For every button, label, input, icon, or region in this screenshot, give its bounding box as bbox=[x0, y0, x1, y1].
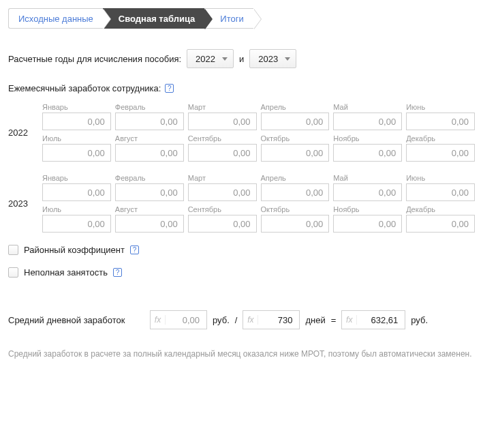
earnings-input-2023-11[interactable]: 0,00 bbox=[333, 215, 402, 233]
earnings-input-2023-08[interactable]: 0,00 bbox=[115, 215, 184, 233]
help-icon[interactable]: ? bbox=[130, 245, 139, 254]
avg-daily-label: Средний дневной заработок bbox=[8, 315, 144, 325]
month-label: Октябрь bbox=[261, 205, 330, 213]
earnings-input-2023-07[interactable]: 0,00 bbox=[42, 215, 111, 233]
and-label: и bbox=[239, 54, 244, 64]
part-time-checkbox[interactable] bbox=[8, 267, 18, 278]
month-label: Июнь bbox=[406, 174, 475, 182]
earnings-input-2022-11[interactable]: 0,00 bbox=[333, 144, 402, 162]
month-label: Ноябрь bbox=[333, 134, 402, 143]
month-label: Октябрь bbox=[261, 134, 330, 143]
earnings-input-2022-03[interactable]: 0,00 bbox=[188, 113, 257, 130]
year-caption-2023: 2023 bbox=[8, 198, 34, 209]
avg-result-input[interactable]: fx 632,61 bbox=[341, 310, 405, 329]
earnings-input-2022-07[interactable]: 0,00 bbox=[42, 144, 111, 162]
month-label: Сентябрь bbox=[188, 205, 257, 213]
month-label: Июль bbox=[42, 205, 111, 213]
fx-icon: fx bbox=[151, 315, 166, 325]
earnings-input-2023-05[interactable]: 0,00 bbox=[333, 183, 402, 201]
month-label: Август bbox=[115, 134, 184, 143]
part-time-label: Неполная занятость bbox=[24, 267, 108, 278]
month-label: Август bbox=[115, 205, 184, 213]
earnings-input-2022-04[interactable]: 0,00 bbox=[261, 113, 330, 130]
month-label: Апрель bbox=[261, 174, 330, 182]
earnings-input-2023-10[interactable]: 0,00 bbox=[261, 215, 330, 233]
avg-result-value: 632,61 bbox=[357, 315, 405, 325]
fx-icon: fx bbox=[342, 315, 357, 325]
years-row: Расчетные годы для исчисления пособия: 2… bbox=[8, 49, 475, 68]
month-label: Февраль bbox=[115, 174, 184, 182]
month-label: Апрель bbox=[261, 103, 330, 111]
select-year-2-value: 2023 bbox=[258, 54, 278, 64]
year-block-2022: 2022 Январь0,00 Февраль0,00 Март0,00 Апр… bbox=[8, 103, 475, 162]
earnings-input-2023-12[interactable]: 0,00 bbox=[406, 215, 475, 233]
earnings-input-2022-02[interactable]: 0,00 bbox=[115, 113, 184, 130]
month-label: Январь bbox=[42, 103, 111, 111]
avg-days-value: 730 bbox=[258, 315, 299, 325]
avg-earnings-value: 0,00 bbox=[166, 315, 206, 325]
months-grid-2023: Январь0,00 Февраль0,00 Март0,00 Апрель0,… bbox=[42, 174, 475, 233]
avg-earnings-input[interactable]: fx 0,00 bbox=[150, 310, 207, 329]
select-year-1-value: 2022 bbox=[196, 54, 215, 64]
equals: = bbox=[331, 315, 337, 325]
earnings-input-2023-03[interactable]: 0,00 bbox=[188, 183, 257, 201]
month-label: Февраль bbox=[115, 103, 184, 111]
earnings-input-2023-01[interactable]: 0,00 bbox=[42, 183, 111, 201]
avg-daily-row: Средний дневной заработок fx 0,00 руб. /… bbox=[8, 310, 475, 329]
help-icon[interactable]: ? bbox=[113, 268, 122, 277]
monthly-earnings-text: Ежемесячный заработок сотрудника: bbox=[8, 83, 161, 93]
earnings-input-2023-04[interactable]: 0,00 bbox=[261, 183, 330, 201]
earnings-input-2022-12[interactable]: 0,00 bbox=[406, 144, 475, 162]
month-label: Ноябрь bbox=[333, 205, 402, 213]
earnings-input-2022-08[interactable]: 0,00 bbox=[115, 144, 184, 162]
breadcrumb-tabs: Исходные данные Сводная таблица Итоги bbox=[8, 8, 475, 29]
help-icon[interactable]: ? bbox=[165, 84, 174, 93]
monthly-earnings-label: Ежемесячный заработок сотрудника: ? bbox=[8, 83, 475, 93]
year-block-2023: 2023 Январь0,00 Февраль0,00 Март0,00 Апр… bbox=[8, 174, 475, 233]
earnings-input-2022-10[interactable]: 0,00 bbox=[261, 144, 330, 162]
month-label: Декабрь bbox=[406, 205, 475, 213]
part-time-row: Неполная занятость ? bbox=[8, 267, 475, 278]
district-coefficient-label: Районный коэффициент bbox=[24, 245, 125, 255]
unit-rub: руб. bbox=[213, 315, 230, 325]
month-label: Январь bbox=[42, 174, 111, 182]
district-coefficient-checkbox[interactable] bbox=[8, 245, 18, 255]
month-label: Декабрь bbox=[406, 134, 475, 143]
year-caption-2022: 2022 bbox=[8, 128, 34, 138]
years-label: Расчетные годы для исчисления пособия: bbox=[8, 54, 181, 64]
earnings-input-2022-01[interactable]: 0,00 bbox=[42, 113, 111, 130]
earnings-input-2022-05[interactable]: 0,00 bbox=[333, 113, 402, 130]
avg-days-input[interactable]: fx 730 bbox=[243, 310, 300, 329]
earnings-input-2022-09[interactable]: 0,00 bbox=[188, 144, 257, 162]
earnings-input-2023-02[interactable]: 0,00 bbox=[115, 183, 184, 201]
unit-rub: руб. bbox=[411, 315, 428, 325]
month-label: Июнь bbox=[406, 103, 475, 111]
slash: / bbox=[235, 315, 238, 325]
month-label: Май bbox=[333, 103, 402, 111]
earnings-input-2023-06[interactable]: 0,00 bbox=[406, 183, 475, 201]
tab-summary[interactable]: Сводная таблица bbox=[103, 8, 204, 29]
month-label: Сентябрь bbox=[188, 134, 257, 143]
mrot-note: Средний заработок в расчете за полный ка… bbox=[8, 348, 475, 360]
chevron-down-icon bbox=[222, 57, 228, 61]
tab-source[interactable]: Исходные данные bbox=[8, 8, 103, 29]
months-grid-2022: Январь0,00 Февраль0,00 Март0,00 Апрель0,… bbox=[42, 103, 475, 162]
month-label: Июль bbox=[42, 134, 111, 143]
unit-days: дней bbox=[305, 315, 325, 325]
earnings-input-2022-06[interactable]: 0,00 bbox=[406, 113, 475, 130]
month-label: Май bbox=[333, 174, 402, 182]
fx-icon: fx bbox=[243, 315, 258, 325]
month-label: Март bbox=[188, 174, 257, 182]
chevron-down-icon bbox=[285, 57, 290, 61]
earnings-input-2023-09[interactable]: 0,00 bbox=[188, 215, 257, 233]
month-label: Март bbox=[188, 103, 257, 111]
select-year-1[interactable]: 2022 bbox=[187, 49, 234, 68]
district-coefficient-row: Районный коэффициент ? bbox=[8, 245, 475, 255]
select-year-2[interactable]: 2023 bbox=[249, 49, 296, 68]
